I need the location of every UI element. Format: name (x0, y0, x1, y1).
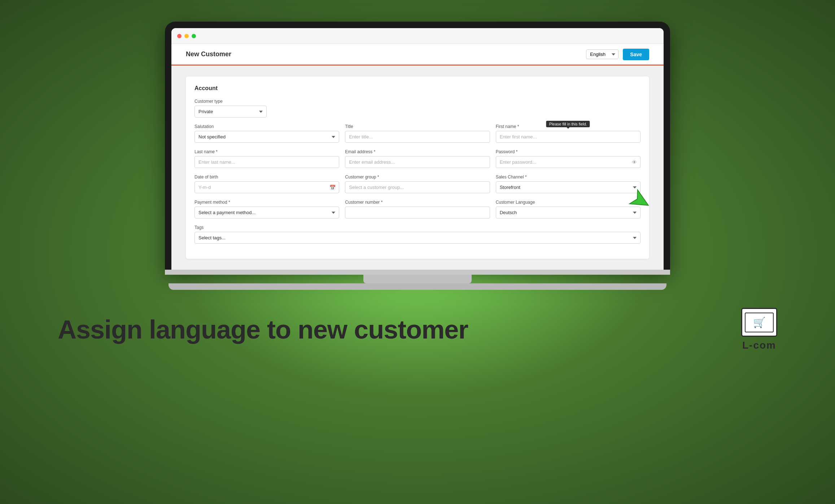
tooltip-fill: Please fill in this field. (546, 121, 590, 127)
customer-language-label: Customer Language (496, 200, 641, 205)
customer-type-row: Customer type Private Business (194, 99, 641, 118)
account-card: Account Customer type Private Business (186, 76, 649, 259)
language-dropdown[interactable]: English Deutsch Français (586, 49, 618, 59)
salutation-row: Salutation Not specified Mr. Mrs. Ms. Dr… (194, 124, 641, 143)
main-tagline: Assign language to new customer (58, 315, 468, 344)
customer-group-col: Customer group * (345, 174, 490, 193)
laptop-stand-body (363, 275, 472, 283)
logo-icon-wrap: 🛒 (741, 308, 777, 337)
last-name-col: Last name * (194, 149, 339, 168)
customer-number-input[interactable]: 10001 (345, 207, 490, 218)
customer-language-col: Customer Language Deutsch English França… (496, 200, 641, 218)
laptop-stand-top (165, 270, 670, 275)
customer-number-label: Customer number * (345, 200, 490, 205)
customer-group-label: Customer group * (345, 174, 490, 180)
payment-label: Payment method * (194, 200, 339, 205)
calendar-icon[interactable]: 📅 (329, 185, 336, 190)
page-title: New Customer (186, 50, 231, 58)
app-header: New Customer English Deutsch Français Sa… (171, 44, 664, 66)
password-input[interactable] (496, 156, 641, 168)
last-name-input[interactable] (194, 156, 339, 168)
title-label: Title (345, 124, 490, 129)
sales-channel-col: Sales Channel * Storefront Headless (496, 174, 641, 193)
first-name-input[interactable] (496, 131, 641, 143)
tags-select[interactable]: Select tags... (194, 232, 641, 244)
email-col: Email address * (345, 149, 490, 168)
sales-channel-select[interactable]: Storefront Headless (496, 181, 641, 193)
salutation-label: Salutation (194, 124, 339, 129)
customer-language-select[interactable]: Deutsch English Français (496, 207, 641, 218)
tags-row: Tags Select tags... (194, 225, 641, 244)
email-input[interactable] (345, 156, 490, 168)
dob-col: Date of birth 📅 (194, 174, 339, 193)
customer-type-select[interactable]: Private Business (194, 106, 267, 118)
payment-col: Payment method * Select a payment method… (194, 200, 339, 218)
customer-type-label: Customer type (194, 99, 267, 104)
payment-method-select[interactable]: Select a payment method... (194, 207, 339, 218)
last-name-label: Last name * (194, 149, 339, 154)
browser-dot-fullscreen (192, 34, 196, 38)
tags-label: Tags (194, 225, 641, 230)
laptop-screen-inner: New Customer English Deutsch Français Sa… (171, 28, 664, 270)
password-label: Password * (496, 149, 641, 154)
dob-row: Date of birth 📅 Customer group * Sales C… (194, 174, 641, 193)
customer-number-col: Customer number * 10001 (345, 200, 490, 218)
tags-select-wrap: Select tags... (194, 232, 641, 244)
sales-channel-label: Sales Channel * (496, 174, 641, 180)
save-button[interactable]: Save (623, 49, 649, 60)
header-right: English Deutsch Français Save (586, 49, 649, 60)
password-col: Password * 👁 (496, 149, 641, 168)
first-name-col: First name * Please fill in this field. (496, 124, 641, 143)
app-content: Account Customer type Private Business (171, 66, 664, 270)
password-wrap: 👁 (496, 156, 641, 168)
salutation-col: Salutation Not specified Mr. Mrs. Ms. Dr… (194, 124, 339, 143)
salutation-select[interactable]: Not specified Mr. Mrs. Ms. Dr. (194, 131, 339, 143)
dob-input[interactable] (194, 181, 339, 193)
cart-icon: 🛒 (753, 317, 766, 328)
browser-topbar (171, 28, 664, 44)
title-col: Title (345, 124, 490, 143)
logo-text: L-com (742, 340, 776, 351)
tags-col: Tags Select tags... (194, 225, 641, 244)
last-name-row: Last name * Email address * Password * 👁 (194, 149, 641, 168)
eye-icon[interactable]: 👁 (632, 159, 637, 165)
laptop-screen-outer: New Customer English Deutsch Français Sa… (165, 22, 670, 270)
bottom-section: Assign language to new customer 🛒 L-com (0, 290, 835, 351)
logo-screen: 🛒 (745, 313, 774, 332)
email-label: Email address * (345, 149, 490, 154)
account-section-title: Account (194, 85, 641, 92)
laptop-container: New Customer English Deutsch Français Sa… (165, 22, 670, 290)
customer-type-col: Customer type Private Business (194, 99, 267, 118)
date-wrap: 📅 (194, 181, 339, 193)
browser-dot-minimize (184, 34, 189, 38)
logo-box: 🛒 L-com (741, 308, 777, 351)
dob-label: Date of birth (194, 174, 339, 180)
payment-row: Payment method * Select a payment method… (194, 200, 641, 218)
customer-group-input[interactable] (345, 181, 490, 193)
laptop-base (169, 283, 666, 290)
browser-dot-close (177, 34, 182, 38)
title-input[interactable] (345, 131, 490, 143)
